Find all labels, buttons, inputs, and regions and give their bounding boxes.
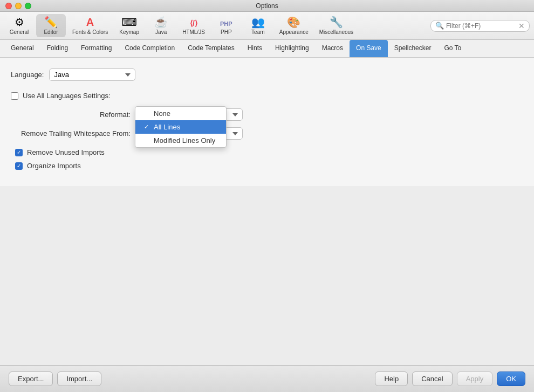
use-all-languages-label: Use All Languages Settings:	[23, 92, 111, 100]
export-button[interactable]: Export...	[9, 372, 53, 386]
toolbar-label-appearance: Appearance	[279, 29, 309, 35]
minimize-button[interactable]	[15, 3, 22, 9]
search-box[interactable]: 🔍 ✕	[430, 20, 530, 32]
editor-icon	[44, 16, 58, 28]
language-select[interactable]: Java JavaScript PHP HTML	[49, 68, 135, 81]
misc-icon	[330, 16, 343, 28]
toolbar-label-keymap: Keymap	[119, 29, 139, 35]
keymap-icon	[121, 16, 137, 28]
bottom-bar: Export... Import... Help Cancel Apply OK	[0, 365, 534, 392]
window-title: Options	[256, 2, 278, 10]
toolbar-item-miscellaneous[interactable]: Miscellaneous	[315, 14, 358, 37]
dropdown-option-none[interactable]: None	[135, 107, 226, 120]
organize-imports-row: Organize Imports	[11, 162, 523, 170]
toolbar-item-php[interactable]: PHP	[211, 14, 241, 37]
cancel-button[interactable]: Cancel	[412, 372, 452, 386]
toolbar-label-team: Team	[251, 29, 264, 35]
toolbar-item-team[interactable]: Team	[243, 14, 273, 37]
organize-imports-label: Organize Imports	[27, 162, 81, 170]
tab-highlighting[interactable]: Highlighting	[269, 40, 316, 57]
search-clear-icon[interactable]: ✕	[518, 22, 525, 30]
toolbar-item-editor[interactable]: Editor	[36, 14, 66, 37]
main-content: Language: Java JavaScript PHP HTML Use A…	[0, 58, 534, 186]
none-option-label: None	[154, 109, 170, 118]
search-icon: 🔍	[435, 22, 444, 30]
remove-unused-imports-checkbox[interactable]	[15, 149, 23, 156]
tab-on-save[interactable]: On Save	[350, 40, 388, 57]
remove-trailing-row: Remove Trailing Whitespace From: All Lin…	[11, 127, 523, 140]
maximize-button[interactable]	[25, 3, 31, 9]
java-icon	[154, 16, 168, 28]
toolbar-label-html: HTML/JS	[182, 29, 205, 35]
all-lines-checkmark: ✓	[144, 123, 150, 130]
import-button[interactable]: Import...	[57, 372, 101, 386]
tab-formatting[interactable]: Formatting	[74, 40, 118, 57]
reformat-row: Reformat: All Lines None ✓ All Lines	[11, 108, 523, 121]
modified-lines-option-label: Modified Lines Only	[154, 136, 215, 145]
dropdown-option-modified-lines[interactable]: Modified Lines Only	[135, 134, 226, 147]
toolbar-item-fonts-colors[interactable]: Fonts & Colors	[68, 14, 112, 37]
html-icon	[190, 16, 197, 28]
content-area: Language: Java JavaScript PHP HTML Use A…	[0, 58, 534, 392]
remove-trailing-label: Remove Trailing Whitespace From:	[11, 129, 135, 137]
toolbar: General Editor Fonts & Colors Keymap Jav…	[0, 12, 534, 40]
options-window: Options General Editor Fonts & Colors Ke…	[0, 0, 534, 392]
tab-hints[interactable]: Hints	[241, 40, 269, 57]
toolbar-label-misc: Miscellaneous	[319, 29, 353, 35]
toolbar-label-php: PHP	[221, 29, 232, 35]
toolbar-label-fonts: Fonts & Colors	[72, 29, 108, 35]
toolbar-item-appearance[interactable]: Appearance	[275, 14, 313, 37]
reformat-dropdown-popup: None ✓ All Lines Modified Lines Only	[135, 106, 227, 148]
tabs-bar: General Folding Formatting Code Completi…	[0, 40, 534, 58]
toolbar-item-java[interactable]: Java	[146, 14, 176, 37]
toolbar-label-editor: Editor	[44, 29, 58, 35]
titlebar: Options	[0, 0, 534, 12]
remove-unused-imports-label: Remove Unused Imports	[27, 148, 105, 156]
use-all-languages-row: Use All Languages Settings:	[11, 92, 523, 100]
help-button[interactable]: Help	[375, 372, 408, 386]
language-row: Language: Java JavaScript PHP HTML	[11, 68, 523, 81]
tab-spellchecker[interactable]: Spellchecker	[388, 40, 438, 57]
tab-folding[interactable]: Folding	[40, 40, 74, 57]
reformat-label: Reformat:	[11, 111, 135, 119]
php-icon	[220, 16, 232, 28]
tab-macros[interactable]: Macros	[316, 40, 350, 57]
language-label: Language:	[11, 71, 44, 79]
tab-code-templates[interactable]: Code Templates	[181, 40, 241, 57]
use-all-languages-checkbox[interactable]	[11, 92, 18, 100]
close-button[interactable]	[5, 3, 12, 9]
dropdown-option-all-lines[interactable]: ✓ All Lines	[135, 120, 226, 134]
tab-general[interactable]: General	[4, 40, 40, 57]
all-lines-option-label: All Lines	[154, 123, 180, 131]
toolbar-item-keymap[interactable]: Keymap	[114, 14, 144, 37]
toolbar-item-general[interactable]: General	[4, 14, 34, 37]
general-icon	[15, 16, 24, 28]
tab-go-to[interactable]: Go To	[437, 40, 468, 57]
remove-unused-imports-row: Remove Unused Imports	[11, 148, 523, 156]
toolbar-label-java: Java	[155, 29, 167, 35]
organize-imports-checkbox[interactable]	[15, 162, 23, 170]
appearance-icon	[287, 16, 300, 28]
ok-button[interactable]: OK	[497, 372, 525, 386]
fonts-icon	[86, 16, 94, 28]
team-icon	[251, 16, 265, 28]
tab-code-completion[interactable]: Code Completion	[118, 40, 181, 57]
search-input[interactable]	[446, 22, 516, 30]
toolbar-item-html-js[interactable]: HTML/JS	[178, 14, 209, 37]
titlebar-buttons	[5, 3, 31, 9]
toolbar-label-general: General	[10, 29, 29, 35]
apply-button[interactable]: Apply	[457, 372, 493, 386]
